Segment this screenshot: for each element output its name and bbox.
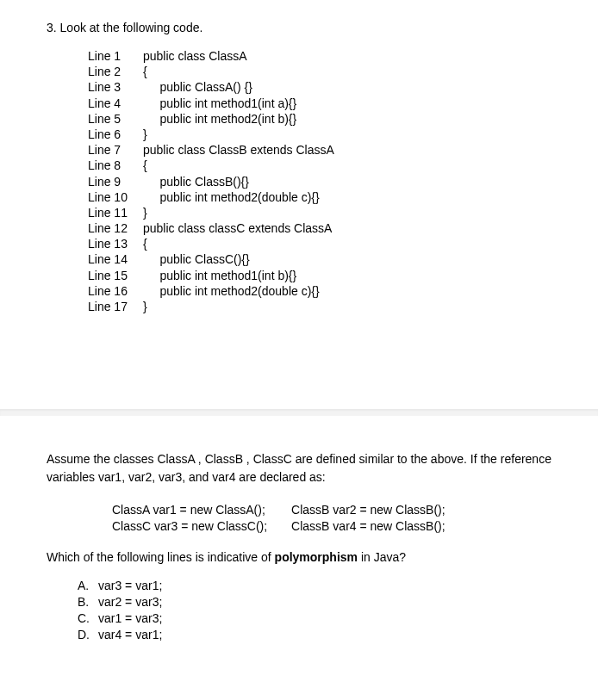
variable-declarations: ClassA var1 = new ClassA(); ClassC var3 … [112,502,564,535]
code-line: Line 15 public int method1(int b){} [88,268,564,283]
line-content: } [143,299,147,314]
line-label: Line 11 [88,205,143,220]
line-label: Line 12 [88,220,143,236]
line-label: Line 14 [88,251,143,267]
line-label: Line 6 [88,127,143,142]
line-label: Line 3 [88,79,143,95]
code-line: Line 4 public int method1(int a){} [88,96,564,111]
code-line: Line 2{ [88,64,564,79]
answer-text: var2 = var3; [98,594,162,610]
answer-letter: B. [78,594,98,610]
which-prefix: Which of the following lines is indicati… [47,550,275,564]
line-content: public class ClassA [143,48,247,64]
var-col-2: ClassB var2 = new ClassB(); ClassB var4 … [291,502,445,535]
line-content: public class classC extends ClassA [143,220,332,236]
which-suffix: in Java? [358,550,406,564]
line-content: public class ClassB extends ClassA [143,142,334,158]
line-content: public ClassB(){} [143,174,249,189]
code-line: Line 8{ [88,158,564,173]
line-content: } [143,127,147,142]
line-content: { [143,64,147,79]
assume-vars: var1, var2, var3, and var4 [98,470,236,484]
line-label: Line 1 [88,48,143,64]
code-line: Line 12public class classC extends Class… [88,220,564,236]
answer-letter: D. [78,627,98,643]
line-content: { [143,158,147,173]
code-line: Line 9 public ClassB(){} [88,174,564,189]
code-line: Line 17} [88,299,564,314]
assume-prefix: Assume the classes [47,452,157,466]
code-line: Line 16 public int method2(double c){} [88,283,564,299]
code-line: Line 11} [88,205,564,220]
line-content: public int method2(int b){} [143,111,296,127]
answer-choice: D.var4 = var1; [78,627,564,643]
line-label: Line 13 [88,236,143,251]
code-line: Line 1public class ClassA [88,48,564,64]
line-label: Line 7 [88,142,143,158]
line-label: Line 8 [88,158,143,173]
answer-letter: A. [78,578,98,594]
answer-text: var1 = var3; [98,610,162,627]
code-line: Line 14 public ClassC(){} [88,251,564,267]
line-content: public int method1(int a){} [143,96,296,111]
code-line: Line 3 public ClassA() {} [88,79,564,95]
which-bold: polymorphism [275,550,358,564]
code-block: Line 1public class ClassALine 2{Line 3 p… [88,48,564,314]
which-question: Which of the following lines is indicati… [47,550,564,564]
line-label: Line 15 [88,268,143,283]
answer-choices: A.var3 = var1;B.var2 = var3;C.var1 = var… [78,578,564,643]
code-line: Line 13{ [88,236,564,251]
line-label: Line 9 [88,174,143,189]
line-label: Line 17 [88,299,143,314]
line-content: } [143,205,147,220]
assume-classes: ClassA , ClassB , ClassC [157,452,291,466]
code-line: Line 10 public int method2(double c){} [88,189,564,205]
line-label: Line 10 [88,189,143,205]
code-line: Line 7public class ClassB extends ClassA [88,142,564,158]
page-separator [0,409,598,416]
line-content: public int method2(double c){} [143,283,320,299]
question-title: 3. Look at the following code. [47,21,564,34]
answer-choice: B.var2 = var3; [78,594,564,610]
line-content: { [143,236,147,251]
answer-choice: C.var1 = var3; [78,610,564,627]
answer-choice: A.var3 = var1; [78,578,564,594]
line-label: Line 2 [88,64,143,79]
var-col-1: ClassA var1 = new ClassA(); ClassC var3 … [112,502,267,535]
answer-letter: C. [78,610,98,627]
line-label: Line 5 [88,111,143,127]
assume-text: Assume the classes ClassA , ClassB , Cla… [47,450,564,486]
line-content: public ClassC(){} [143,251,250,267]
code-line: Line 6} [88,127,564,142]
answer-text: var4 = var1; [98,627,162,643]
line-content: public int method1(int b){} [143,268,296,283]
line-label: Line 4 [88,96,143,111]
code-line: Line 5 public int method2(int b){} [88,111,564,127]
line-label: Line 16 [88,283,143,299]
line-content: public int method2(double c){} [143,189,320,205]
line-content: public ClassA() {} [143,79,252,95]
assume-suffix: are declared as: [235,470,325,484]
answer-text: var3 = var1; [98,578,162,594]
